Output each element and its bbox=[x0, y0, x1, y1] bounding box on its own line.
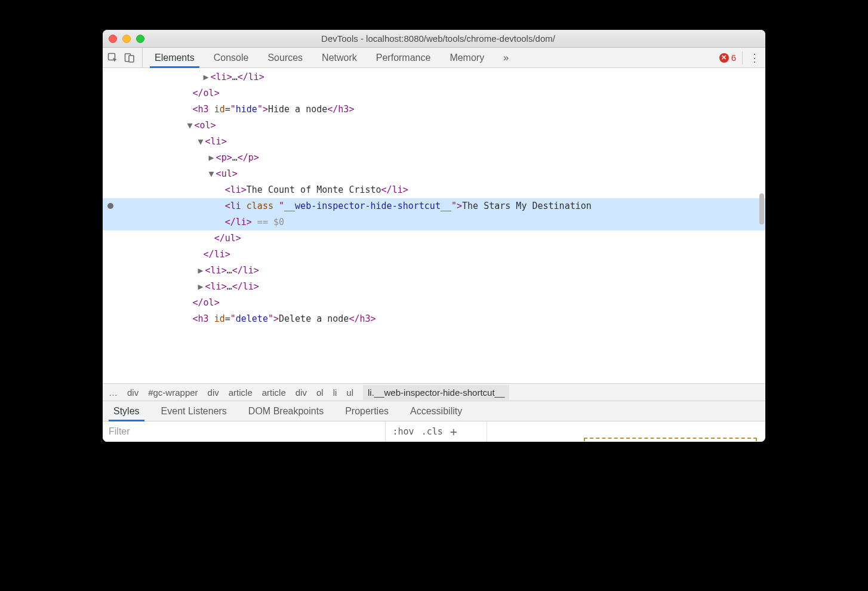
subtab-styles[interactable]: Styles bbox=[103, 401, 150, 421]
tab-memory[interactable]: Memory bbox=[440, 48, 494, 67]
main-toolbar: Elements Console Sources Network Perform… bbox=[103, 48, 765, 68]
zoom-window-button[interactable] bbox=[136, 35, 144, 43]
panel-tabs: Elements Console Sources Network Perform… bbox=[145, 48, 715, 67]
new-style-rule-button[interactable]: + bbox=[450, 424, 457, 439]
breadcrumb-item[interactable]: #gc-wrapper bbox=[148, 387, 198, 398]
hidden-node-indicator-icon bbox=[107, 203, 113, 209]
breadcrumb-item[interactable]: ol bbox=[316, 387, 324, 398]
tab-performance[interactable]: Performance bbox=[367, 48, 441, 67]
dom-line[interactable]: </ol> bbox=[106, 85, 765, 101]
device-toggle-icon[interactable] bbox=[124, 53, 135, 63]
toggle-hover-button[interactable]: :hov bbox=[393, 426, 414, 437]
traffic-lights bbox=[109, 35, 144, 43]
breadcrumb-item[interactable]: div bbox=[127, 387, 138, 398]
devtools-window: DevTools - localhost:8080/web/tools/chro… bbox=[103, 30, 765, 442]
sidebar-tabs: Styles Event Listeners DOM Breakpoints P… bbox=[103, 401, 765, 421]
margin-box-icon bbox=[584, 438, 757, 441]
box-model-preview bbox=[487, 421, 766, 442]
close-window-button[interactable] bbox=[109, 35, 117, 43]
tab-console[interactable]: Console bbox=[204, 48, 258, 67]
dom-breadcrumb: … div #gc-wrapper div article article di… bbox=[103, 383, 765, 401]
dom-line[interactable]: ▼<ol> bbox=[106, 118, 765, 134]
styles-toolbar: :hov .cls + bbox=[103, 421, 765, 442]
separator bbox=[742, 51, 743, 64]
breadcrumb-item[interactable]: article bbox=[262, 387, 286, 398]
svg-rect-2 bbox=[129, 56, 134, 62]
breadcrumb-item-active[interactable]: li.__web-inspector-hide-shortcut__ bbox=[363, 385, 509, 400]
toggle-class-button[interactable]: .cls bbox=[421, 426, 443, 437]
dom-line[interactable]: ▼<ul> bbox=[106, 166, 765, 182]
tab-network[interactable]: Network bbox=[312, 48, 367, 67]
breadcrumb-item[interactable]: article bbox=[229, 387, 253, 398]
subtab-accessibility[interactable]: Accessibility bbox=[399, 401, 473, 421]
dom-line[interactable]: ▶<li>…</li> bbox=[106, 69, 765, 85]
inspect-element-icon[interactable] bbox=[107, 53, 118, 63]
scrollbar-thumb[interactable] bbox=[759, 193, 764, 224]
dom-line[interactable]: ▼<li> bbox=[106, 134, 765, 150]
breadcrumb-item[interactable]: div bbox=[296, 387, 307, 398]
tab-sources[interactable]: Sources bbox=[258, 48, 312, 67]
error-icon: ✕ bbox=[719, 53, 729, 63]
dom-line[interactable]: ▶<p>…</p> bbox=[106, 150, 765, 166]
dom-line[interactable]: </ol> bbox=[106, 295, 765, 311]
subtab-properties[interactable]: Properties bbox=[334, 401, 399, 421]
dom-line-selected[interactable]: <li class="__web-inspector-hide-shortcut… bbox=[106, 198, 765, 214]
dom-line[interactable]: ▶<li>…</li> bbox=[106, 279, 765, 295]
settings-menu-button[interactable]: ⋮ bbox=[749, 51, 761, 64]
titlebar: DevTools - localhost:8080/web/tools/chro… bbox=[103, 30, 765, 48]
window-title: DevTools - localhost:8080/web/tools/chro… bbox=[153, 33, 759, 44]
dom-line[interactable]: <h3 id="delete">Delete a node</h3> bbox=[106, 311, 765, 327]
subtab-dom-breakpoints[interactable]: DOM Breakpoints bbox=[238, 401, 334, 421]
styles-filter-input[interactable] bbox=[103, 421, 386, 442]
tab-elements[interactable]: Elements bbox=[145, 48, 204, 67]
breadcrumb-item[interactable]: … bbox=[109, 387, 118, 398]
dom-line[interactable]: </ul> bbox=[106, 230, 765, 247]
breadcrumb-item[interactable]: li bbox=[333, 387, 337, 398]
dom-line[interactable]: <li>The Count of Monte Cristo</li> bbox=[106, 182, 765, 198]
dom-line-selected[interactable]: </li> == $0 bbox=[106, 214, 765, 230]
dom-line[interactable]: ▶<li>…</li> bbox=[106, 263, 765, 279]
breadcrumb-item[interactable]: div bbox=[208, 387, 219, 398]
dom-line[interactable]: </li> bbox=[106, 247, 765, 263]
breadcrumb-item[interactable]: ul bbox=[346, 387, 353, 398]
dom-line[interactable]: <h3 id="hide">Hide a node</h3> bbox=[106, 101, 765, 118]
error-count: 6 bbox=[731, 53, 736, 63]
subtab-event-listeners[interactable]: Event Listeners bbox=[150, 401, 238, 421]
dom-tree-panel[interactable]: ▶<li>…</li> </ol> <h3 id="hide">Hide a n… bbox=[103, 68, 765, 383]
error-counter[interactable]: ✕ 6 bbox=[719, 53, 736, 63]
minimize-window-button[interactable] bbox=[122, 35, 131, 43]
tabs-overflow-button[interactable]: » bbox=[494, 48, 518, 67]
